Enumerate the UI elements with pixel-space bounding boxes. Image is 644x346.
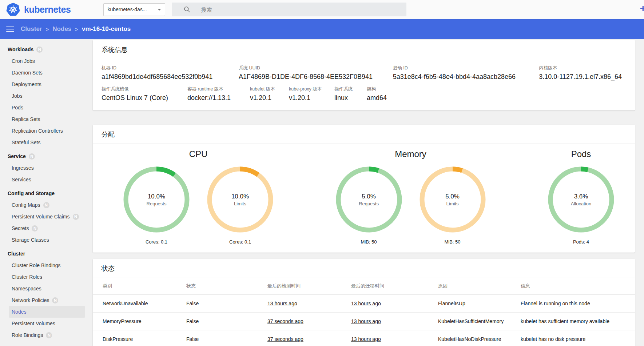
sidebar-item-label: Jobs xyxy=(12,90,23,102)
sidebar-item-ingresses[interactable]: Ingresses xyxy=(9,162,85,174)
system-info-field: 系统 UUIDA1F4869B-D1DE-4DF6-8568-4EE532F0B… xyxy=(239,65,393,81)
sidebar-item-label: Ingresses xyxy=(12,162,34,174)
menu-hamburger-icon[interactable] xyxy=(6,25,14,33)
field-value: linux xyxy=(334,94,362,102)
breadcrumb-current-page: vm-16-10-centos xyxy=(82,25,131,33)
sidebar-item-daemon-sets[interactable]: Daemon Sets xyxy=(9,67,85,79)
relative-time[interactable]: 13 hours ago xyxy=(267,301,297,306)
field-label: kubelet 版本 xyxy=(250,86,285,92)
status-column-header: 最后的检测时间 xyxy=(267,278,351,294)
field-value: docker://1.13.1 xyxy=(187,94,246,102)
sidebar-item-cluster-roles[interactable]: Cluster Roles xyxy=(9,271,85,283)
chart-group-title: Pods xyxy=(546,149,616,159)
breadcrumb-separator: > xyxy=(75,26,78,32)
system-info-field: 机器 IDa1f4869bd1de4df685684ee532f0b941 xyxy=(102,65,239,81)
field-label: 架构 xyxy=(367,86,387,92)
breadcrumb-link-cluster[interactable]: Cluster xyxy=(21,25,42,33)
sidebar-item-cron-jobs[interactable]: Cron Jobs xyxy=(9,55,85,67)
sidebar-item-nodes[interactable]: Nodes xyxy=(9,306,85,318)
donut-ring xyxy=(546,165,616,234)
system-info-field: 架构amd64 xyxy=(367,86,391,102)
system-info-field: 操作系统镜像CentOS Linux 7 (Core) xyxy=(102,86,187,102)
breadcrumb-link-nodes[interactable]: Nodes xyxy=(52,25,71,33)
namespaced-badge: N xyxy=(36,47,43,53)
sidebar-section-header: Cluster xyxy=(8,248,90,260)
sidebar-item-label: Config Maps xyxy=(12,199,40,211)
namespace-selector-value: kubernetes-das... xyxy=(107,7,155,12)
sidebar-item-config-maps[interactable]: Config MapsN xyxy=(9,199,85,211)
cell-message: kubelet has no disk pressure xyxy=(521,330,635,346)
sidebar-item-label: Cluster Role Bindings xyxy=(12,260,61,271)
sidebar-item-jobs[interactable]: Jobs xyxy=(9,90,85,102)
donut-row: 3.6%AllocationPods: 4 xyxy=(546,165,616,245)
sidebar-item-replication-controllers[interactable]: Replication Controllers xyxy=(9,125,85,137)
field-value: 5a31e8c4-f6b5-48e4-bbd4-4aa8acb28e66 xyxy=(393,73,534,81)
sidebar-item-persistent-volumes[interactable]: Persistent Volumes xyxy=(9,318,85,329)
system-info-row: 操作系统镜像CentOS Linux 7 (Core)容器 runtime 版本… xyxy=(93,86,635,110)
donut-footer-value: Cores: 0.1 xyxy=(122,239,191,245)
sidebar-item-replica-sets[interactable]: Replica Sets xyxy=(9,113,85,125)
sidebar-item-label: Nodes xyxy=(12,306,26,318)
sidebar-item-stateful-sets[interactable]: Stateful Sets xyxy=(9,137,85,148)
namespaced-badge: N xyxy=(46,332,52,338)
app-bar: Cluster > Nodes > vm-16-10-centos xyxy=(0,19,644,39)
cell-type: NetworkUnavailable xyxy=(93,294,186,312)
cell-reason: FlannelIsUp xyxy=(438,294,521,312)
field-label: 系统 UUID xyxy=(239,65,389,71)
relative-time[interactable]: 13 hours ago xyxy=(351,336,381,342)
system-info-row: 机器 IDa1f4869bd1de4df685684ee532f0b941系统 … xyxy=(93,65,635,81)
sidebar-item-role-bindings[interactable]: Role BindingsN xyxy=(9,329,85,341)
field-label: 操作系统 xyxy=(334,86,362,92)
chart-group-pods: Pods3.6%AllocationPods: 4 xyxy=(546,149,616,245)
donut-row: 5.0%RequestsMiB: 505.0%LimitsMiB: 50 xyxy=(334,165,487,245)
relative-time[interactable]: 37 seconds ago xyxy=(267,336,303,342)
sidebar-item-secrets[interactable]: SecretsN xyxy=(9,222,85,234)
status-table-header-row: 类别状态最后的检测时间最后的迁移时间原因信息 xyxy=(93,278,635,294)
system-info-field: kube-proxy 版本v1.20.1 xyxy=(289,86,334,102)
cell-message: kubelet has sufficient memory available xyxy=(521,312,635,330)
relative-time[interactable]: 13 hours ago xyxy=(351,318,381,324)
cell-message: Flannel is running on this node xyxy=(521,294,635,312)
sidebar-item-namespaces[interactable]: Namespaces xyxy=(9,283,85,294)
sidebar-item-cluster-role-bindings[interactable]: Cluster Role Bindings xyxy=(9,260,85,271)
namespaced-badge: N xyxy=(43,202,49,208)
create-plus-button[interactable]: + xyxy=(640,3,644,14)
table-row: DiskPressureFalse37 seconds ago13 hours … xyxy=(93,330,635,346)
cell-last-check: 37 seconds ago xyxy=(267,330,351,346)
kubernetes-logo-icon xyxy=(6,3,20,16)
donut-footer-value: Pods: 4 xyxy=(546,239,616,245)
status-column-header: 原因 xyxy=(438,278,521,294)
allocation-card: 分配 CPU10.0%RequestsCores: 0.110.0%Limits… xyxy=(93,125,635,253)
search-input[interactable] xyxy=(201,7,401,13)
sidebar-item-network-policies[interactable]: Network PoliciesN xyxy=(9,294,85,306)
sidebar-section: ClusterCluster Role BindingsCluster Role… xyxy=(0,248,90,341)
sidebar-item-persistent-volume-claims[interactable]: Persistent Volume ClaimsN xyxy=(9,211,85,222)
donut-chart-cpu-limits: 10.0%LimitsCores: 0.1 xyxy=(206,165,275,245)
sidebar-item-label: Persistent Volume Claims xyxy=(12,211,70,222)
sidebar-section: ServiceNIngressesServices xyxy=(0,150,90,185)
relative-time[interactable]: 37 seconds ago xyxy=(267,318,303,324)
brand[interactable]: kubernetes xyxy=(6,3,71,16)
sidebar-item-deployments[interactable]: Deployments xyxy=(9,79,85,90)
sidebar-item-label: Replication Controllers xyxy=(12,125,63,137)
search-bar[interactable] xyxy=(172,3,406,16)
status-table: 类别状态最后的检测时间最后的迁移时间原因信息 NetworkUnavailabl… xyxy=(93,278,635,346)
sidebar-item-label: Services xyxy=(12,174,31,185)
sidebar-item-pods[interactable]: Pods xyxy=(9,102,85,113)
chart-group-title: Memory xyxy=(334,149,487,159)
field-value: v1.20.1 xyxy=(250,94,285,102)
brand-name: kubernetes xyxy=(24,4,71,15)
sidebar-section-label: Config and Storage xyxy=(8,188,55,199)
status-column-header: 状态 xyxy=(186,278,267,294)
sidebar-section-label: Cluster xyxy=(8,248,25,260)
namespace-selector[interactable]: kubernetes-das... xyxy=(103,3,165,16)
system-info-field: 内核版本3.10.0-1127.19.1.el7.x86_64 xyxy=(539,65,626,81)
donut-ring xyxy=(418,165,487,234)
chart-group-title: CPU xyxy=(122,149,275,159)
sidebar-item-label: Storage Classes xyxy=(12,234,49,246)
sidebar-item-services[interactable]: Services xyxy=(9,174,85,185)
sidebar-item-storage-classes[interactable]: Storage Classes xyxy=(9,234,85,246)
system-info-field: 启动 ID5a31e8c4-f6b5-48e4-bbd4-4aa8acb28e6… xyxy=(393,65,539,81)
relative-time[interactable]: 13 hours ago xyxy=(351,301,381,306)
field-label: 容器 runtime 版本 xyxy=(187,86,246,92)
